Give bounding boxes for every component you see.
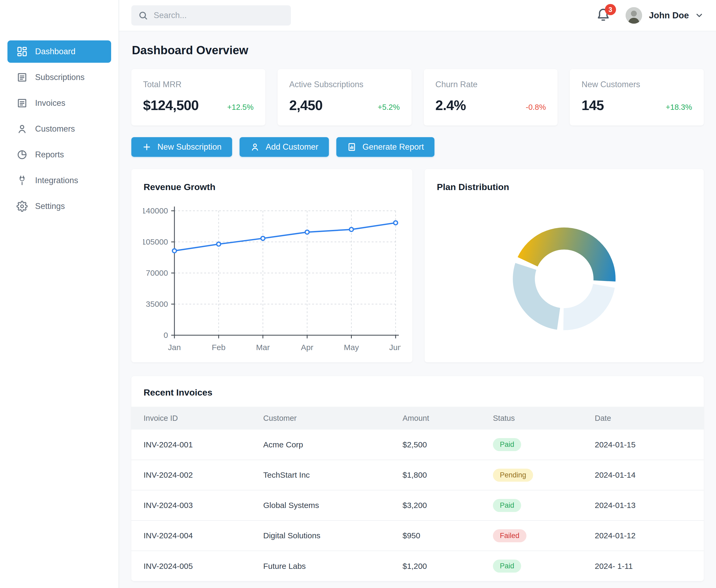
plan-distribution-card: Plan Distribution: [425, 169, 704, 362]
status-badge: Pending: [493, 469, 533, 482]
sidebar-item-customers[interactable]: Customers: [7, 118, 111, 140]
avatar[interactable]: [626, 7, 642, 24]
column-header-customer: Customer: [263, 407, 402, 429]
sidebar: Dashboard Subscriptions Invoices Custome…: [0, 0, 119, 588]
invoice-customer-cell: Digital Solutions: [263, 521, 402, 551]
avatar-photo: [626, 7, 642, 24]
stat-card-new-customers: New Customers 145 +18.3%: [570, 69, 704, 125]
invoice-status-cell: Pending: [493, 460, 595, 490]
invoice-amount-cell: $1,800: [402, 460, 493, 490]
stat-label: Churn Rate: [436, 80, 546, 89]
sidebar-item-subscriptions[interactable]: Subscriptions: [7, 66, 111, 88]
sidebar-item-label: Integrations: [35, 176, 78, 185]
invoice-status-cell: Failed: [493, 521, 595, 551]
search-input[interactable]: [131, 5, 291, 25]
sidebar-item-label: Dashboard: [35, 47, 76, 56]
invoice-amount-cell: $3,200: [402, 490, 493, 521]
invoice-id-cell: INV-2024-005: [131, 551, 263, 581]
actions-row: New Subscription Add Customer Generate R…: [131, 137, 704, 157]
column-header-date: Date: [595, 407, 704, 429]
invoice-row: INV-2024-004Digital Solutions$950Failed2…: [131, 521, 704, 551]
person-icon: [17, 123, 28, 134]
report-document-icon: [347, 142, 357, 152]
invoices-header-row: Invoice ID Customer Amount Status Date: [131, 407, 704, 429]
donut-wrap: [436, 199, 692, 359]
pie-chart-icon: [17, 149, 28, 160]
svg-text:70000: 70000: [146, 269, 168, 277]
stat-card-total-mrr: Total MRR $124,500 +12.5%: [131, 69, 265, 125]
sidebar-item-reports[interactable]: Reports: [7, 144, 111, 166]
plan-distribution-title: Plan Distribution: [437, 182, 692, 192]
stat-value: 2,450: [289, 97, 322, 113]
status-badge: Paid: [493, 438, 521, 451]
status-badge: Failed: [493, 529, 526, 542]
plus-icon: [142, 142, 151, 152]
status-badge: Paid: [493, 560, 521, 572]
sidebar-item-label: Reports: [35, 150, 64, 160]
svg-text:140000: 140000: [143, 206, 168, 215]
invoice-date-cell: 2024-01-15: [595, 429, 704, 460]
invoice-customer-cell: Acme Corp: [263, 429, 402, 460]
revenue-growth-chart: 03500070000105000140000JanFebMarAprMayJu…: [143, 199, 401, 356]
svg-text:May: May: [344, 343, 359, 352]
invoices-table: Invoice ID Customer Amount Status Date I…: [131, 407, 704, 581]
invoice-date-cell: 2024-01-14: [595, 460, 704, 490]
invoice-id-cell: INV-2024-004: [131, 521, 263, 551]
dashboard-icon: [17, 46, 28, 57]
main-column: 3 John Doe Dashboard Overview To: [119, 0, 716, 588]
plug-icon: [17, 175, 28, 186]
gear-icon: [17, 201, 28, 212]
sidebar-item-integrations[interactable]: Integrations: [7, 169, 111, 192]
invoice-date-cell: 2024-01-13: [595, 490, 704, 521]
recent-invoices-card: Recent Invoices Invoice ID Customer Amou…: [131, 376, 704, 581]
svg-text:Mar: Mar: [256, 343, 270, 352]
stat-card-churn-rate: Churn Rate 2.4% -0.8%: [424, 69, 558, 125]
recent-invoices-title: Recent Invoices: [131, 387, 704, 407]
notifications-button[interactable]: 3: [596, 7, 612, 24]
invoice-status-cell: Paid: [493, 490, 595, 521]
document-lines-icon: [17, 98, 28, 109]
stat-delta: +12.5%: [227, 103, 254, 112]
charts-row: Revenue Growth 03500070000105000140000Ja…: [131, 169, 704, 362]
stats-row: Total MRR $124,500 +12.5% Active Subscri…: [131, 69, 704, 125]
invoice-date-cell: 2024-01-12: [595, 521, 704, 551]
svg-text:105000: 105000: [143, 237, 168, 246]
sidebar-item-settings[interactable]: Settings: [7, 195, 111, 217]
invoice-customer-cell: Future Labs: [263, 551, 402, 581]
sidebar-item-invoices[interactable]: Invoices: [7, 92, 111, 114]
new-subscription-button[interactable]: New Subscription: [131, 137, 232, 157]
document-lines-icon: [17, 72, 28, 83]
revenue-growth-title: Revenue Growth: [144, 182, 401, 192]
stat-card-active-subscriptions: Active Subscriptions 2,450 +5.2%: [278, 69, 412, 125]
sidebar-item-label: Invoices: [35, 98, 65, 108]
invoice-amount-cell: $2,500: [402, 429, 493, 460]
invoice-customer-cell: Global Systems: [263, 490, 402, 521]
sidebar-item-dashboard[interactable]: Dashboard: [7, 40, 111, 63]
stat-label: Total MRR: [143, 80, 254, 89]
sidebar-item-label: Settings: [35, 202, 65, 211]
invoice-row: INV-2024-001Acme Corp$2,500Paid2024-01-1…: [131, 429, 704, 460]
notification-badge: 3: [605, 4, 616, 15]
svg-text:0: 0: [164, 331, 168, 339]
plan-distribution-donut: [508, 223, 620, 335]
user-name[interactable]: John Doe: [649, 10, 689, 20]
invoice-id-cell: INV-2024-001: [131, 429, 263, 460]
add-customer-button[interactable]: Add Customer: [239, 137, 329, 157]
person-icon: [250, 142, 260, 152]
chevron-down-icon[interactable]: [695, 11, 704, 20]
invoice-id-cell: INV-2024-002: [131, 460, 263, 490]
page-title: Dashboard Overview: [132, 44, 704, 57]
invoices-table-body: INV-2024-001Acme Corp$2,500Paid2024-01-1…: [131, 429, 704, 581]
stat-delta: -0.8%: [526, 103, 546, 112]
invoice-row: INV-2024-002TechStart Inc$1,800Pending20…: [131, 460, 704, 490]
generate-report-button[interactable]: Generate Report: [336, 137, 435, 157]
svg-text:Jan: Jan: [168, 343, 181, 352]
sidebar-item-label: Customers: [35, 124, 75, 134]
app-root: Dashboard Subscriptions Invoices Custome…: [0, 0, 716, 588]
svg-text:Feb: Feb: [212, 343, 226, 352]
svg-text:Jun: Jun: [389, 343, 401, 352]
invoice-status-cell: Paid: [493, 551, 595, 581]
search-box: [131, 5, 291, 25]
invoice-row: INV-2024-003Global Systems$3,200Paid2024…: [131, 490, 704, 521]
stat-value: 145: [582, 97, 604, 113]
